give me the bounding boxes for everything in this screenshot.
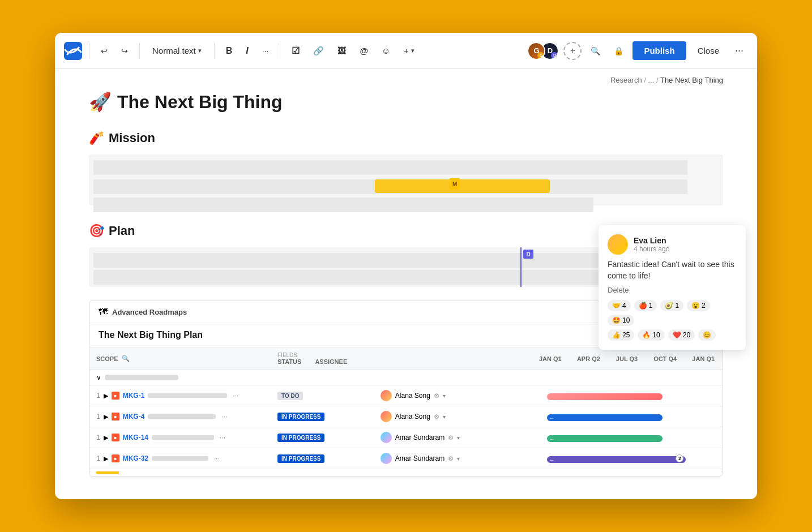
- breadcrumb-research[interactable]: Research: [610, 76, 642, 84]
- reaction-btn-6[interactable]: 👍 25: [608, 329, 634, 341]
- bold-button[interactable]: B: [221, 42, 237, 59]
- gantt-bar-mkg14: ←: [547, 435, 663, 442]
- close-button[interactable]: Close: [691, 41, 726, 60]
- lock-button[interactable]: 🔒: [609, 43, 628, 59]
- assignee-settings-mkg1[interactable]: ⚙: [434, 392, 439, 400]
- commenter-avatar: [608, 234, 628, 255]
- reactions-row: 🤝 4 🍎 1 🥑 1 😮 2 🤩 10: [608, 300, 737, 326]
- row-options-mkg32[interactable]: ···: [214, 454, 220, 462]
- toolbar-sep-4: [280, 43, 280, 59]
- status-badge-mkg4: IN PROGRESS: [277, 413, 324, 421]
- gantt-bar-mkg32: ←: [547, 456, 686, 463]
- gantt-cell-mkg14: ←: [531, 427, 723, 448]
- avatar-amar-mkg32: [381, 453, 392, 464]
- scope-cell-mkg4: 1 ▶ ■ MKG-4 ···: [89, 406, 271, 427]
- assignee-settings-mkg14[interactable]: ⚙: [448, 434, 454, 441]
- comment-author-info: Eva Lien 4 hours ago: [634, 236, 669, 253]
- text-style-dropdown[interactable]: Normal text ▾: [147, 42, 207, 59]
- plan-emoji: 🎯: [89, 224, 104, 238]
- status-cell-mkg32: IN PROGRESS: [271, 448, 374, 469]
- status-cell-mkg14: IN PROGRESS: [271, 427, 374, 448]
- mission-emoji: 🧨: [89, 131, 104, 145]
- jira-icon-mkg32: ■: [112, 454, 119, 462]
- ellipsis-icon: ···: [262, 46, 269, 55]
- roadmap-table: SCOPE 🔍 FIELDS Status Assignee: [89, 347, 723, 469]
- plus-icon: +: [404, 46, 408, 55]
- expand-mkg1-icon[interactable]: ▶: [104, 392, 108, 400]
- jira-icon-mkg14: ■: [112, 434, 119, 441]
- reaction-btn-4[interactable]: 😮 2: [687, 300, 710, 311]
- assignee-dropdown-mkg32[interactable]: ▾: [457, 456, 460, 462]
- row-options-mkg1[interactable]: ···: [233, 392, 238, 400]
- more-format-button[interactable]: ···: [258, 43, 273, 59]
- expand-mkg4-icon[interactable]: ▶: [104, 413, 108, 421]
- emoji-button[interactable]: ☺: [377, 42, 395, 59]
- comment-body: Fantastic idea! Can't wait to see this c…: [608, 259, 737, 281]
- roadmap-header-icon: 🗺: [99, 307, 108, 317]
- expand-mkg32-icon[interactable]: ▶: [104, 455, 108, 462]
- reactions-row-2: 👍 25 🔥 10 ❤️ 20 😊: [608, 329, 737, 341]
- search-icon: 🔍: [591, 46, 600, 55]
- mention-button[interactable]: @: [355, 42, 373, 59]
- roadmap-header-label: Advanced Roadmaps: [112, 308, 187, 316]
- toolbar: ↩ ↪ Normal text ▾ B I ··· ☑ 🔗 🖼 @ ☺ + ▾: [55, 33, 757, 69]
- issue-bar-mkg32: [152, 456, 208, 461]
- collaborators-group: G G D D: [527, 42, 559, 60]
- comment-delete-link[interactable]: Delete: [608, 286, 737, 294]
- assignee-settings-mkg32[interactable]: ⚙: [448, 455, 454, 462]
- link-icon: 🔗: [313, 46, 324, 55]
- bottom-indicator: [96, 471, 119, 474]
- expand-mkg14-icon[interactable]: ▶: [104, 434, 108, 441]
- italic-button[interactable]: I: [241, 42, 253, 59]
- assignee-dropdown-mkg14[interactable]: ▾: [457, 435, 460, 441]
- toolbar-sep-2: [139, 43, 140, 59]
- table-group-row: ∨: [89, 370, 723, 385]
- row-options-mkg14[interactable]: ···: [220, 434, 225, 441]
- overflow-menu-button[interactable]: ···: [730, 41, 748, 60]
- reaction-btn-3[interactable]: 🥑 1: [660, 300, 683, 311]
- chevron-down-icon: ▾: [198, 47, 202, 54]
- row-options-mkg4[interactable]: ···: [221, 413, 227, 421]
- mission-section: 🧨 Mission M: [89, 131, 723, 205]
- link-button[interactable]: 🔗: [309, 42, 328, 59]
- reaction-btn-2[interactable]: 🍎 1: [634, 300, 657, 311]
- collapse-icon[interactable]: ∨: [96, 374, 101, 381]
- assignee-cell-mkg32: Amar Sundaram ⚙ ▾: [374, 448, 531, 469]
- gantt-cell-mkg32: ← 2: [531, 448, 723, 469]
- assignee-dropdown-mkg4[interactable]: ▾: [443, 414, 446, 420]
- redo-icon: ↪: [121, 46, 128, 55]
- group-label-bar: [105, 375, 178, 380]
- reaction-btn-7[interactable]: 🔥 10: [638, 329, 664, 341]
- assignee-settings-mkg4[interactable]: ⚙: [434, 413, 439, 421]
- undo-button[interactable]: ↩: [96, 43, 112, 59]
- gantt-cell-mkg1: [531, 385, 723, 406]
- assignee-dropdown-mkg1[interactable]: ▾: [443, 393, 446, 399]
- confluence-logo[interactable]: [64, 42, 82, 60]
- reaction-btn-9[interactable]: 😊: [698, 329, 716, 341]
- col-fields: FIELDS Status Assignee: [271, 347, 531, 370]
- table-header-row: SCOPE 🔍 FIELDS Status Assignee: [89, 347, 723, 370]
- insert-button[interactable]: + ▾: [399, 43, 418, 59]
- plan-d-cursor-label: D: [523, 250, 533, 259]
- timeline-jan-q1: Jan Q1: [531, 355, 570, 362]
- reaction-btn-5[interactable]: 🤩 10: [608, 315, 634, 326]
- reaction-btn-8[interactable]: ❤️ 20: [668, 329, 695, 341]
- search-button[interactable]: 🔍: [586, 43, 605, 59]
- table-row: 1 ▶ ■ MKG-1 ··· TO DO: [89, 385, 723, 406]
- breadcrumb-current: The Next Big Thing: [660, 76, 723, 84]
- breadcrumb-ellipsis[interactable]: ...: [648, 76, 654, 84]
- publish-button[interactable]: Publish: [632, 41, 686, 60]
- checkbox-button[interactable]: ☑: [287, 42, 304, 59]
- plan-d-cursor-line: [520, 247, 522, 287]
- search-scope-icon[interactable]: 🔍: [122, 355, 130, 362]
- add-collaborator-button[interactable]: +: [563, 42, 582, 60]
- jira-icon-mkg4: ■: [112, 413, 119, 421]
- redo-button[interactable]: ↪: [117, 43, 133, 59]
- image-button[interactable]: 🖼: [333, 42, 351, 59]
- reaction-btn-1[interactable]: 🤝 4: [608, 300, 631, 311]
- avatar-g: G G: [527, 42, 545, 60]
- table-row: 1 ▶ ■ MKG-32 ··· IN PROGRESS: [89, 448, 723, 469]
- gantt-yellow-bar: [375, 179, 550, 193]
- timeline-oct-q4: Oct Q4: [646, 355, 685, 362]
- mission-title: 🧨 Mission: [89, 131, 723, 145]
